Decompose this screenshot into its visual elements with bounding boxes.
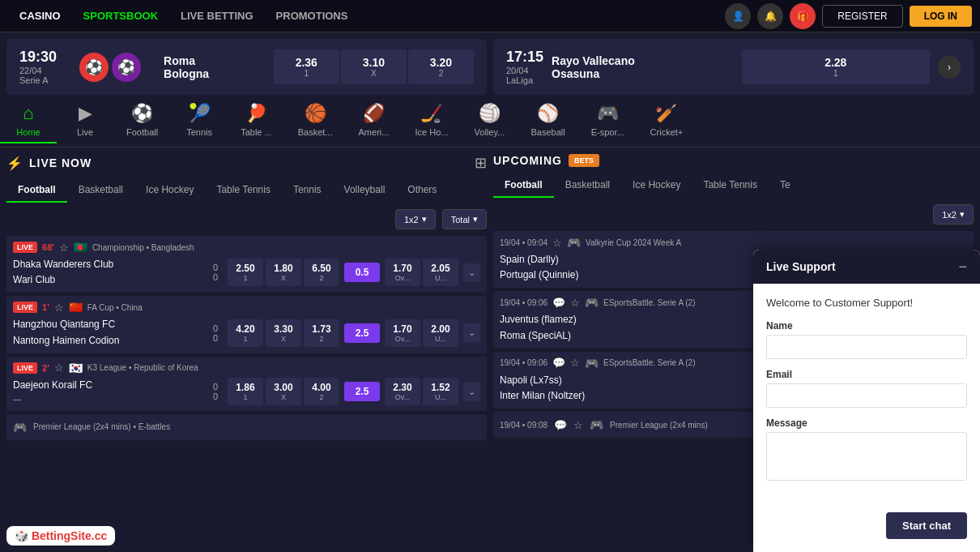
chat-icon[interactable]: 💬: [554, 419, 567, 431]
favorite-icon[interactable]: ☆: [570, 357, 580, 369]
odd-x[interactable]: 3.00 X: [266, 378, 301, 405]
favorite-icon[interactable]: ☆: [552, 237, 562, 249]
chat-icon[interactable]: 💬: [552, 297, 565, 309]
sport-table-tennis[interactable]: 🏓 Table ...: [228, 98, 285, 143]
odd-label: 1: [277, 69, 336, 78]
odd-value: 1.73: [309, 323, 334, 335]
tab-table-tennis[interactable]: Table Tennis: [205, 178, 282, 203]
nav-sportsbook[interactable]: SPORTSBOOK: [72, 10, 169, 22]
tab-basketball[interactable]: Basketball: [67, 178, 134, 203]
favorite-icon[interactable]: ☆: [570, 297, 580, 309]
chevron-down-icon: ▾: [960, 209, 965, 220]
name-input[interactable]: [766, 335, 967, 359]
live-support-panel: Live Support − Welcome to Customer Suppo…: [753, 250, 980, 443]
live-now-filters: 1x2 ▾ Total ▾: [6, 209, 487, 229]
odd-1[interactable]: 4.20 1: [228, 319, 263, 347]
bonus-icon[interactable]: 🎁: [790, 3, 816, 29]
featured-odd-right[interactable]: 2.28 1: [742, 49, 930, 84]
odd-value: 2.50: [232, 263, 258, 274]
tab-basketball-upcoming[interactable]: Basketball: [554, 173, 621, 198]
sport-ice-hockey[interactable]: 🏒 Ice Ho...: [402, 98, 461, 143]
favorite-icon[interactable]: ☆: [59, 242, 69, 254]
filter-1x2[interactable]: 1x2 ▾: [395, 209, 436, 229]
nav-promotions[interactable]: PROMOTIONS: [265, 10, 360, 22]
tab-football[interactable]: Football: [6, 178, 67, 203]
filter-total[interactable]: Total ▾: [442, 209, 487, 229]
live-now-expand[interactable]: ⊞: [475, 154, 487, 172]
sport-cricket[interactable]: 🏏 Cricket+: [637, 98, 697, 143]
sport-tennis[interactable]: 🎾 Tennis: [171, 98, 228, 143]
handicap-value[interactable]: 0.5: [344, 263, 380, 282]
tab-ice-hockey[interactable]: Ice Hockey: [134, 178, 205, 203]
sport-american-football[interactable]: 🏈 Ameri...: [345, 98, 402, 143]
odd-2[interactable]: 6.50 2: [304, 259, 339, 286]
tab-table-tennis-upcoming[interactable]: Table Tennis: [692, 173, 769, 198]
nav-live-betting[interactable]: LIVE BETTING: [169, 10, 265, 22]
league-name: K3 League • Republic of Korea: [87, 363, 198, 372]
team2: Wari Club: [13, 272, 208, 288]
under-odd[interactable]: 1.52 U...: [423, 378, 458, 405]
more-button[interactable]: ⌄: [463, 263, 480, 282]
minimize-button[interactable]: −: [958, 259, 967, 274]
live-badge: LIVE: [13, 242, 37, 253]
tab-ice-hockey-upcoming[interactable]: Ice Hockey: [621, 173, 692, 198]
login-button[interactable]: LOG IN: [910, 6, 972, 27]
handicap-value[interactable]: 2.5: [344, 382, 380, 401]
live-match-2: LIVE 1' ☆ 🇨🇳 FA Cup • China Hangzhou Qia…: [6, 296, 487, 353]
sport-label: Ameri...: [359, 127, 390, 137]
league-flag: 🎮: [585, 296, 599, 309]
odd-x[interactable]: 1.80 X: [266, 259, 301, 286]
filter-1x2-upcoming[interactable]: 1x2 ▾: [933, 204, 974, 225]
odd-2[interactable]: 3.20 2: [408, 49, 474, 84]
more-button[interactable]: ⌄: [463, 323, 480, 342]
tab-others[interactable]: Others: [396, 178, 448, 203]
under-odd[interactable]: 2.00 U...: [423, 319, 458, 347]
more-button[interactable]: ⌄: [463, 383, 480, 401]
sport-football[interactable]: ⚽ Football: [113, 98, 171, 143]
match-time-left: 19:30 22/04 Serie A: [19, 49, 57, 85]
sport-baseball[interactable]: ⚾ Baseball: [518, 98, 577, 143]
sport-esports[interactable]: 🎮 E-spor...: [578, 98, 637, 143]
nav-casino[interactable]: CASINO: [8, 10, 72, 22]
match-3-header: LIVE 2' ☆ 🇰🇷 K3 League • Republic of Kor…: [13, 362, 480, 374]
live-support-title: Live Support: [766, 260, 836, 273]
odd-2[interactable]: 4.00 2: [304, 378, 339, 405]
over-odd[interactable]: 2.30 Ov...: [385, 378, 420, 405]
over-odd[interactable]: 1.70 Ov...: [385, 259, 420, 286]
handicap-value[interactable]: 2.5: [344, 323, 380, 343]
odd-label: 2: [309, 335, 334, 343]
name-field: Name: [766, 320, 967, 359]
email-field: Email: [766, 369, 967, 408]
live-now-panel: ⚡ LIVE NOW ⊞ Football Basketball Ice Hoc…: [6, 154, 487, 443]
tab-te-upcoming[interactable]: Te: [769, 173, 802, 198]
odd-1[interactable]: 1.86 1: [228, 378, 263, 405]
live-badge: LIVE: [13, 362, 37, 374]
email-input[interactable]: [766, 383, 967, 408]
odd-2[interactable]: 1.73 2: [304, 319, 339, 347]
user-icon[interactable]: 👤: [725, 3, 751, 29]
message-textarea[interactable]: [766, 432, 967, 443]
sport-home[interactable]: ⌂ Home: [0, 98, 57, 143]
tab-volleyball[interactable]: Volleyball: [333, 178, 397, 203]
odd-x[interactable]: 3.10 X: [341, 49, 407, 84]
under-odd[interactable]: 2.05 U...: [423, 259, 458, 286]
chat-icon[interactable]: 💬: [552, 357, 565, 369]
next-match-button[interactable]: ›: [938, 56, 961, 79]
favorite-icon[interactable]: ☆: [54, 362, 64, 374]
over-odd[interactable]: 1.70 Ov...: [385, 319, 420, 347]
sport-live[interactable]: ▶ Live: [57, 98, 113, 143]
upcoming-match-1-header: 19/04 • 09:04 ☆ 🎮 Valkyrie Cup 2024 Week…: [500, 236, 967, 249]
odd-label: Ov...: [390, 393, 415, 401]
odd-1[interactable]: 2.50 1: [228, 259, 263, 286]
sport-basketball[interactable]: 🏀 Basket...: [285, 98, 346, 143]
bets-button[interactable]: BETS: [569, 154, 599, 167]
favorite-icon[interactable]: ☆: [54, 302, 64, 314]
odd-x[interactable]: 3.30 X: [266, 319, 301, 347]
odd-1[interactable]: 2.36 1: [274, 49, 339, 84]
tab-tennis[interactable]: Tennis: [282, 178, 333, 203]
favorite-icon[interactable]: ☆: [573, 419, 583, 431]
register-button[interactable]: REGISTER: [822, 5, 902, 28]
tab-football-upcoming[interactable]: Football: [493, 173, 554, 198]
notifications-icon[interactable]: 🔔: [757, 3, 783, 29]
sport-volleyball[interactable]: 🏐 Volley...: [461, 98, 518, 143]
